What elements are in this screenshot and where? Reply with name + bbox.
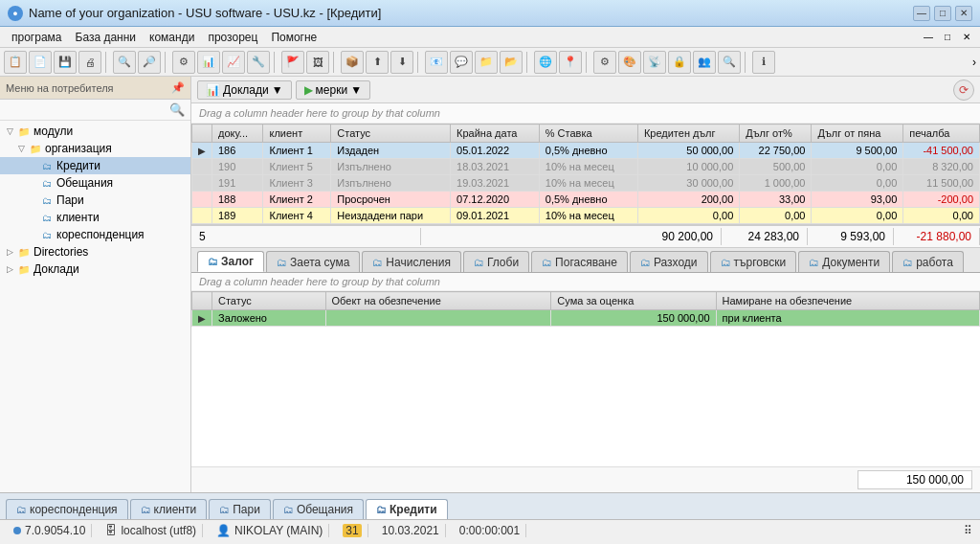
table-row[interactable]: 191 Клиент 3 Изпълнено 19.03.2021 10% на… bbox=[192, 175, 980, 192]
tab-zalog[interactable]: 🗂 Залог bbox=[197, 251, 264, 272]
tab-nachisleniya[interactable]: 🗂 Начисления bbox=[362, 251, 461, 272]
reports-dropdown-icon: ▼ bbox=[272, 83, 283, 97]
toolbar-btn-6[interactable]: 🔎 bbox=[138, 51, 161, 74]
tab-globi[interactable]: 🗂 Глоби bbox=[463, 251, 529, 272]
col-header-debt-pct[interactable]: Дълг от% bbox=[740, 125, 812, 143]
minimize-inner-button[interactable]: — bbox=[921, 30, 936, 45]
table-row[interactable]: ▶ 186 Клиент 1 Издаден 05.01.2022 0,5% д… bbox=[192, 143, 980, 159]
toolbar-btn-2[interactable]: 📄 bbox=[29, 51, 52, 74]
col-header-debt-fine[interactable]: Дълг от пяна bbox=[812, 125, 903, 143]
tab-icon-rabota: 🗂 bbox=[902, 257, 913, 268]
minimize-button[interactable]: — bbox=[913, 6, 930, 21]
content-area: 📊 Доклади ▼ ▶ мерки ▼ ⟳ Drag a column he… bbox=[191, 77, 980, 492]
tab-pogasyavane[interactable]: 🗂 Погасяване bbox=[531, 251, 628, 272]
table-row[interactable]: 190 Клиент 5 Изпълнено 18.03.2021 10% на… bbox=[192, 159, 980, 175]
toolbar-btn-17[interactable]: 💬 bbox=[450, 51, 473, 74]
btab-krediti[interactable]: 🗂 Кредити bbox=[366, 499, 448, 519]
tab-rabota[interactable]: 🗂 работа bbox=[892, 251, 964, 272]
toolbar-btn-22[interactable]: ⚙ bbox=[593, 51, 616, 74]
sidebar-pin-icon[interactable]: 📌 bbox=[171, 81, 185, 94]
sidebar-item-obeshhaniya[interactable]: 🗂 Обещания bbox=[0, 174, 190, 192]
sidebar: Меню на потребителя 📌 🔍 ▽ 📁 модули ▽ 📁 о… bbox=[0, 77, 191, 492]
toolbar-btn-3[interactable]: 💾 bbox=[54, 51, 77, 74]
col-header-profit[interactable]: печалба bbox=[903, 125, 980, 143]
toolbar-btn-24[interactable]: 📡 bbox=[643, 51, 666, 74]
toolbar-btn-27[interactable]: 🔍 bbox=[718, 51, 741, 74]
toolbar-btn-19[interactable]: 📂 bbox=[500, 51, 523, 74]
table-row[interactable]: 189 Клиент 4 Неиздадени пари 09.01.2021 … bbox=[192, 208, 980, 224]
tab-zaeta-suma[interactable]: 🗂 Заета сума bbox=[266, 251, 360, 272]
row-arrow bbox=[192, 208, 212, 224]
reports-button[interactable]: 📊 Доклади ▼ bbox=[197, 80, 292, 100]
toolbar-btn-1[interactable]: 📋 bbox=[4, 51, 27, 74]
sidebar-item-korespondenciya[interactable]: 🗂 кореспонденция bbox=[0, 226, 190, 243]
col-header-arrow bbox=[192, 125, 212, 143]
sidebar-item-pari[interactable]: 🗂 Пари bbox=[0, 192, 190, 209]
toolbar-btn-15[interactable]: ⬇ bbox=[390, 51, 413, 74]
drag-hint-main: Drag a column header here to group by th… bbox=[191, 103, 980, 124]
toolbar-btn-7[interactable]: ⚙ bbox=[172, 51, 195, 74]
sidebar-item-klienti[interactable]: 🗂 клиенти bbox=[0, 209, 190, 226]
toolbar-btn-20[interactable]: 🌐 bbox=[534, 51, 557, 74]
toolbar-btn-25[interactable]: 🔒 bbox=[668, 51, 691, 74]
close-button[interactable]: ✕ bbox=[955, 6, 972, 21]
col-header-status[interactable]: Статус bbox=[331, 125, 451, 143]
menu-programa[interactable]: програма bbox=[6, 29, 68, 46]
toolbar-btn-23[interactable]: 🎨 bbox=[618, 51, 641, 74]
toolbar-btn-9[interactable]: 📈 bbox=[222, 51, 245, 74]
col-bottom-status[interactable]: Статус bbox=[212, 292, 326, 310]
search-icon[interactable]: 🔍 bbox=[169, 102, 185, 117]
col-bottom-object[interactable]: Обект на обезпечение bbox=[325, 292, 551, 310]
toolbar-btn-4[interactable]: 🖨 bbox=[78, 51, 101, 74]
menu-window[interactable]: прозорец bbox=[202, 29, 263, 46]
btab-klienti[interactable]: 🗂 клиенти bbox=[130, 499, 208, 519]
col-header-rate[interactable]: % Ставка bbox=[539, 125, 637, 143]
tab-razkhodi[interactable]: 🗂 Разходи bbox=[630, 251, 708, 272]
col-bottom-location[interactable]: Намиране на обезпечение bbox=[716, 292, 979, 310]
toolbar-btn-18[interactable]: 📁 bbox=[475, 51, 498, 74]
btab-pari[interactable]: 🗂 Пари bbox=[209, 499, 271, 519]
tab-dokumenti[interactable]: 🗂 Документи bbox=[798, 251, 890, 272]
btab-korespondenciya[interactable]: 🗂 кореспонденция bbox=[6, 499, 128, 519]
cell-doc: 191 bbox=[212, 175, 263, 192]
col-bottom-sum[interactable]: Сума за оценка bbox=[551, 292, 716, 310]
btab-obeshhaniya[interactable]: 🗂 Обещания bbox=[273, 499, 364, 519]
maximize-button[interactable]: □ bbox=[934, 6, 951, 21]
menu-database[interactable]: База данни bbox=[70, 29, 143, 46]
expand-icon bbox=[27, 194, 38, 206]
toolbar-btn-13[interactable]: 📦 bbox=[341, 51, 364, 74]
toolbar-btn-26[interactable]: 👥 bbox=[693, 51, 716, 74]
toolbar-btn-12[interactable]: 🖼 bbox=[306, 51, 329, 74]
toolbar-btn-21[interactable]: 📍 bbox=[559, 51, 582, 74]
sidebar-item-krediti[interactable]: 🗂 Кредити bbox=[0, 157, 190, 174]
col-header-doc[interactable]: доку... bbox=[212, 125, 263, 143]
cell-rate: 10% на месец bbox=[539, 175, 637, 192]
col-header-date[interactable]: Крайна дата bbox=[451, 125, 540, 143]
table-row[interactable]: 188 Клиент 2 Просрочен 07.12.2020 0,5% д… bbox=[192, 192, 980, 208]
toolbar-right-arrow[interactable]: › bbox=[972, 56, 976, 69]
toolbar-btn-28[interactable]: ℹ bbox=[752, 51, 775, 74]
toolbar-btn-11[interactable]: 🚩 bbox=[281, 51, 304, 74]
col-header-credit[interactable]: Кредитен дълг bbox=[637, 125, 739, 143]
col-header-client[interactable]: клиент bbox=[263, 125, 331, 143]
menu-help[interactable]: Помогне bbox=[265, 29, 323, 46]
user-icon: 👤 bbox=[216, 524, 231, 537]
toolbar-btn-16[interactable]: 📧 bbox=[425, 51, 448, 74]
toolbar-btn-14[interactable]: ⬆ bbox=[366, 51, 389, 74]
tab-targovksi[interactable]: 🗂 търговски bbox=[710, 251, 797, 272]
toolbar-btn-8[interactable]: 📊 bbox=[197, 51, 220, 74]
menu-commands[interactable]: команди bbox=[144, 29, 200, 46]
sidebar-item-organizaciya[interactable]: ▽ 📁 организация bbox=[0, 140, 190, 157]
sidebar-item-moduli[interactable]: ▽ 📁 модули bbox=[0, 123, 190, 140]
refresh-button[interactable]: ⟳ bbox=[953, 79, 974, 101]
measures-button[interactable]: ▶ мерки ▼ bbox=[296, 80, 370, 100]
toolbar-btn-10[interactable]: 🔧 bbox=[247, 51, 270, 74]
restore-inner-button[interactable]: □ bbox=[940, 30, 955, 45]
table-row[interactable]: ▶ Заложено 150 000,00 при клиента bbox=[192, 310, 980, 327]
close-inner-button[interactable]: ✕ bbox=[959, 30, 974, 45]
toolbar-btn-5[interactable]: 🔍 bbox=[113, 51, 136, 74]
expand-icon: ▷ bbox=[4, 246, 15, 258]
bottom-table-wrapper: Статус Обект на обезпечение Сума за оцен… bbox=[191, 291, 980, 466]
sidebar-item-dokladi[interactable]: ▷ 📁 Доклади bbox=[0, 261, 190, 278]
sidebar-item-directories[interactable]: ▷ 📁 Directories bbox=[0, 243, 190, 261]
